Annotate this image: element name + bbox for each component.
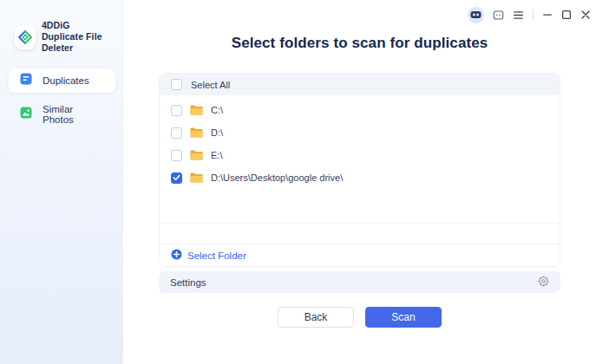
folder-checkbox[interactable] xyxy=(171,105,182,116)
scan-button[interactable]: Scan xyxy=(365,307,442,328)
settings-label: Settings xyxy=(170,277,206,288)
folder-row[interactable]: C:\ xyxy=(160,99,560,121)
folder-row[interactable]: D:\ xyxy=(160,121,560,144)
app-window: 4DDiG Duplicate File Deleter Duplicates xyxy=(0,0,596,364)
folder-checkbox[interactable] xyxy=(171,172,182,184)
folder-path: E:\ xyxy=(211,150,222,160)
close-icon[interactable] xyxy=(580,10,591,20)
app-subtitle: Duplicate File Deleter xyxy=(42,31,122,54)
select-all-checkbox[interactable] xyxy=(171,79,182,90)
select-all-label: Select All xyxy=(191,80,230,90)
feedback-icon[interactable] xyxy=(493,10,504,21)
folder-row[interactable]: D:\Users\Desktop\google drive\ xyxy=(160,166,560,189)
sidebar-item-label: Similar Photos xyxy=(43,104,105,125)
folder-row[interactable]: E:\ xyxy=(160,144,560,166)
add-folder-icon xyxy=(171,248,182,263)
app-logo: 4DDiG Duplicate File Deleter xyxy=(15,20,122,54)
folder-checkbox[interactable] xyxy=(171,127,182,139)
folder-list: C:\D:\E:\D:\Users\Desktop\google drive\ xyxy=(160,95,560,224)
sidebar: 4DDiG Duplicate File Deleter Duplicates xyxy=(0,0,123,364)
app-logo-icon xyxy=(15,25,36,49)
folder-selection-panel: Select All C:\D:\E:\D:\Users\Desktop\goo… xyxy=(159,73,560,267)
titlebar-separator xyxy=(533,10,534,21)
photo-icon xyxy=(19,106,33,123)
settings-bar[interactable]: Settings xyxy=(159,271,560,293)
sidebar-item-duplicates[interactable]: Duplicates xyxy=(9,68,115,93)
select-all-row[interactable]: Select All xyxy=(160,74,560,95)
titlebar-controls xyxy=(468,5,591,24)
folder-icon xyxy=(190,105,203,115)
folder-checkbox[interactable] xyxy=(171,150,182,161)
page-title: Select folders to scan for duplicates xyxy=(123,35,596,52)
folder-path: D:\Users\Desktop\google drive\ xyxy=(211,172,343,183)
folder-icon xyxy=(190,150,203,160)
sidebar-item-similar-photos[interactable]: Similar Photos xyxy=(9,102,115,127)
minimize-icon[interactable] xyxy=(542,10,553,20)
select-folder-button[interactable]: Select Folder xyxy=(160,244,560,266)
folder-icon xyxy=(190,127,203,138)
maximize-icon[interactable] xyxy=(561,10,572,20)
sidebar-item-label: Duplicates xyxy=(43,75,89,86)
panel-empty-space xyxy=(160,224,560,244)
app-name: 4DDiG xyxy=(42,20,122,31)
folder-icon xyxy=(190,172,203,183)
menu-icon[interactable] xyxy=(513,10,524,20)
document-icon xyxy=(19,72,33,89)
action-buttons: Back Scan xyxy=(123,307,596,328)
back-button[interactable]: Back xyxy=(278,307,354,328)
gear-icon[interactable] xyxy=(538,275,549,290)
select-folder-label: Select Folder xyxy=(187,250,246,261)
folder-path: C:\ xyxy=(211,105,223,115)
sidebar-nav: Duplicates Similar Photos xyxy=(9,68,115,136)
assistant-bot-icon[interactable] xyxy=(468,7,484,23)
folder-path: D:\ xyxy=(211,127,223,138)
